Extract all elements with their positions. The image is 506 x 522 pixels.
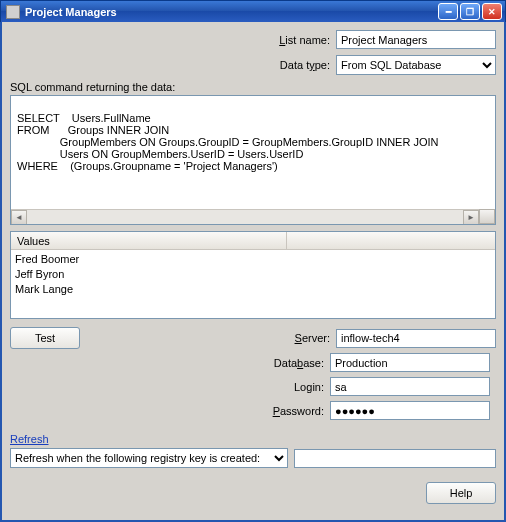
list-item[interactable]: Jeff Byron	[15, 267, 491, 282]
minimize-button[interactable]: ━	[438, 3, 458, 20]
server-label: Server:	[295, 332, 330, 344]
database-input[interactable]	[330, 353, 490, 372]
password-input[interactable]	[330, 401, 490, 420]
server-input[interactable]	[336, 329, 496, 348]
login-label: Login:	[10, 381, 324, 393]
refresh-key-input[interactable]	[294, 449, 496, 468]
scroll-left-icon[interactable]: ◄	[11, 210, 27, 225]
title-bar: Project Managers ━ ❐ ✕	[0, 0, 506, 22]
values-table: Values Fred Boomer Jeff Byron Mark Lange	[10, 231, 496, 319]
list-name-input[interactable]	[336, 30, 496, 49]
maximize-button[interactable]: ❐	[460, 3, 480, 20]
refresh-link[interactable]: Refresh	[10, 433, 49, 445]
window-title: Project Managers	[25, 6, 438, 18]
app-icon	[6, 5, 20, 19]
test-button[interactable]: Test	[10, 327, 80, 349]
login-input[interactable]	[330, 377, 490, 396]
sql-scrollbar[interactable]: ◄ ►	[11, 209, 479, 224]
values-header[interactable]: Values	[11, 232, 287, 249]
list-item[interactable]: Fred Boomer	[15, 252, 491, 267]
list-item[interactable]: Mark Lange	[15, 282, 491, 297]
window-frame: List name: Data type: From SQL Database …	[0, 22, 506, 522]
data-type-label: Data type:	[230, 59, 330, 71]
refresh-mode-select[interactable]: Refresh when the following registry key …	[10, 448, 288, 468]
data-type-select[interactable]: From SQL Database	[336, 55, 496, 75]
close-button[interactable]: ✕	[482, 3, 502, 20]
database-label: Database:	[10, 357, 324, 369]
scroll-right-icon[interactable]: ►	[463, 210, 479, 225]
sql-label: SQL command returning the data:	[10, 81, 496, 93]
size-grip-icon[interactable]	[479, 209, 495, 224]
values-header-row: Values	[11, 232, 495, 250]
password-label: Password:	[10, 405, 324, 417]
list-name-label: List name:	[230, 34, 330, 46]
sql-textarea[interactable]: SELECT Users.FullName FROM Groups INNER …	[10, 95, 496, 225]
help-button[interactable]: Help	[426, 482, 496, 504]
